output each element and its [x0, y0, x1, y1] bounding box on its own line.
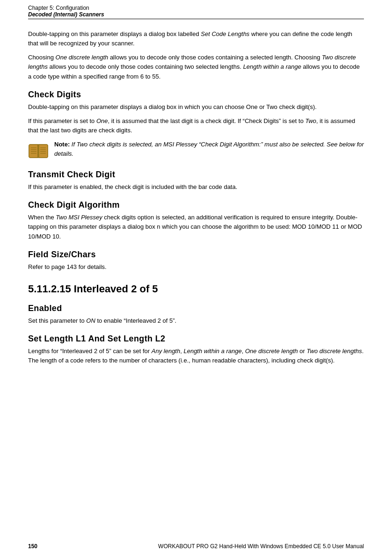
cd-p2-t2: , it is assumed that the last digit is a… — [108, 117, 305, 124]
field-para: Refer to page 143 for details. — [28, 262, 364, 272]
check-digits-para2: If this parameter is set to One, it is a… — [28, 116, 364, 135]
intro-p2-i1: One discrete length — [56, 54, 109, 61]
set-length-heading: Set Length L1 And Set Length L2 — [28, 334, 364, 344]
en-t1: Set this parameter to — [28, 317, 86, 324]
set-length-para: Lengths for “Interleaved 2 of 5” can be … — [28, 347, 364, 365]
transmit-heading: Transmit Check Digit — [28, 170, 364, 180]
main-content: Double-tapping on this parameter display… — [28, 21, 364, 365]
cd-p2-i2: Two — [305, 117, 316, 124]
svg-rect-2 — [39, 145, 48, 158]
sl-i4: Two discrete lengths — [307, 348, 362, 355]
algorithm-para: When the Two MSI Plessey check digits op… — [28, 213, 364, 241]
sl-i1: Any length — [152, 348, 180, 355]
sl-i3: One discrete length — [245, 348, 298, 355]
sl-i2: Length within a range — [183, 348, 241, 355]
footer-title: WORKABOUT PRO G2 Hand-Held With Windows … — [158, 543, 364, 550]
algorithm-heading: Check Digit Algorithm — [28, 200, 364, 210]
en-t2: to enable “Interleaved 2 of 5”. — [95, 317, 176, 324]
sl-t1: Lengths for “Interleaved 2 of 5” can be … — [28, 348, 152, 355]
note-box: Note: If Two check digits is selected, a… — [28, 140, 364, 161]
intro-para1-italic: Set Code Lengths — [201, 30, 249, 37]
page-number: 150 — [28, 543, 37, 550]
intro-p2-t1: Choosing — [28, 54, 56, 61]
note-label: Note: — [54, 141, 70, 148]
chapter-header: Chapter 5: Configuration Decoded (Intern… — [28, 5, 364, 19]
intro-para-2: Choosing One discrete length allows you … — [28, 53, 364, 81]
check-digits-para1: Double-tapping on this parameter display… — [28, 102, 364, 112]
check-digits-heading: Check Digits — [28, 90, 364, 100]
transmit-para: If this parameter is enabled, the check … — [28, 182, 364, 192]
cd-p2-i1: One — [96, 117, 108, 124]
page-container: Chapter 5: Configuration Decoded (Intern… — [0, 0, 392, 389]
alg-t1: When the — [28, 214, 56, 221]
en-i1: ON — [86, 317, 95, 324]
page-footer: 150 WORKABOUT PRO G2 Hand-Held With Wind… — [0, 543, 392, 550]
section-heading-lg: 5.11.2.15 Interleaved 2 of 5 — [28, 283, 364, 295]
sl-t4: or — [298, 348, 307, 355]
intro-p2-i3: Length within a range — [243, 63, 301, 70]
alg-i1: Two MSI Plessey — [56, 214, 102, 221]
cd-p2-t1: If this parameter is set to — [28, 117, 96, 124]
note-body: If Two check digits is selected, an MSI … — [54, 141, 364, 157]
enabled-para: Set this parameter to ON to enable “Inte… — [28, 316, 364, 326]
svg-rect-1 — [29, 145, 38, 158]
intro-p2-t2: allows you to decode only those codes co… — [108, 54, 322, 61]
intro-para1-text1: Double-tapping on this parameter display… — [28, 30, 201, 37]
field-heading: Field Size/Chars — [28, 250, 364, 260]
note-book-icon — [28, 141, 49, 161]
chapter-line2: Decoded (Internal) Scanners — [28, 11, 364, 18]
enabled-heading: Enabled — [28, 304, 364, 313]
intro-p2-t3: allows you to decode only those codes co… — [48, 63, 243, 70]
sl-t3: , — [242, 348, 245, 355]
intro-para-1: Double-tapping on this parameter display… — [28, 29, 364, 48]
chapter-line1: Chapter 5: Configuration — [28, 5, 364, 11]
note-content: Note: If Two check digits is selected, a… — [54, 140, 364, 159]
